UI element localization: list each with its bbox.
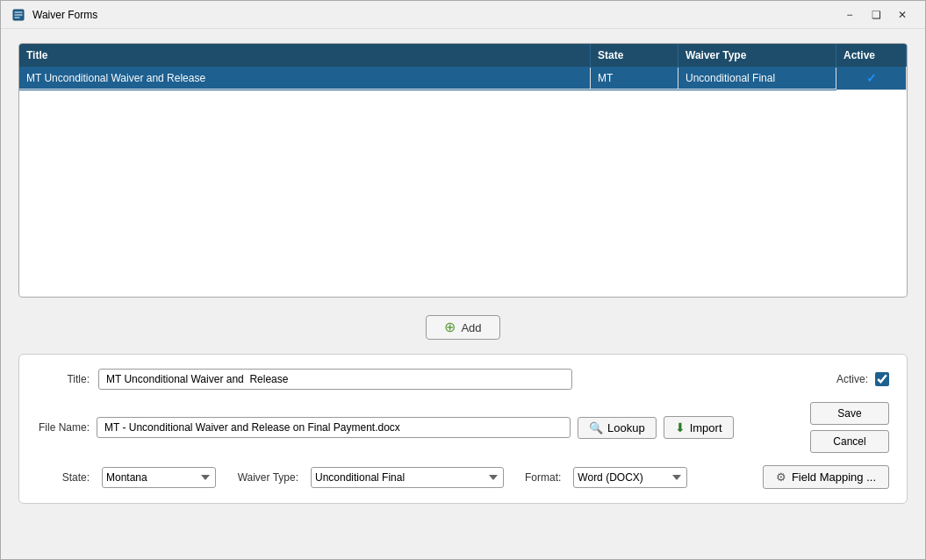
waiver-type-label: Waiver Type: — [228, 471, 298, 484]
field-mapping-button[interactable]: ⚙ Field Mapping ... — [763, 465, 889, 489]
field-mapping-label: Field Mapping ... — [792, 470, 876, 484]
add-button[interactable]: ⊕ Add — [426, 315, 499, 340]
active-label: Active: — [836, 373, 868, 385]
cell-state: MT — [591, 68, 678, 90]
window-controls: − ❑ ✕ — [837, 5, 915, 25]
active-checkbox[interactable] — [875, 372, 889, 386]
save-button[interactable]: Save — [810, 402, 889, 425]
search-icon: 🔍 — [589, 421, 603, 434]
file-name-form-row: File Name: 🔍 Lookup ⬇ Import Save Cancel — [37, 402, 889, 453]
file-name-input[interactable] — [97, 417, 571, 438]
gear-icon: ⚙ — [776, 470, 786, 484]
lookup-button[interactable]: 🔍 Lookup — [578, 417, 657, 439]
main-content: Title State Waiver Type Active MT Uncond… — [1, 29, 925, 559]
cancel-button[interactable]: Cancel — [810, 430, 889, 453]
format-select[interactable]: Word (DOCX) — [573, 467, 687, 488]
table-header: Title State Waiver Type Active — [19, 44, 907, 67]
add-icon: ⊕ — [444, 320, 456, 334]
lookup-label: Lookup — [607, 421, 645, 434]
import-icon: ⬇ — [675, 420, 686, 434]
import-label: Import — [690, 421, 722, 434]
title-input[interactable] — [98, 369, 572, 390]
window-title: Waiver Forms — [32, 9, 837, 21]
cell-waiver-type: Unconditional Final — [678, 68, 836, 90]
cell-active: ✓ — [836, 67, 907, 90]
app-icon — [11, 8, 25, 22]
maximize-button[interactable]: ❑ — [864, 5, 888, 25]
close-button[interactable]: ✕ — [890, 5, 915, 25]
state-select[interactable]: Montana — [102, 467, 216, 488]
cell-title: MT Unconditional Waiver and Release — [19, 68, 591, 90]
col-header-active: Active — [836, 44, 907, 67]
table-row[interactable]: MT Unconditional Waiver and Release MT U… — [19, 67, 907, 90]
form-section: Title: Active: File Name: 🔍 Lookup ⬇ Imp… — [18, 354, 908, 504]
import-button[interactable]: ⬇ Import — [664, 416, 734, 439]
col-header-state: State — [591, 44, 678, 67]
file-name-label: File Name: — [37, 421, 90, 434]
state-label: State: — [37, 471, 90, 484]
main-window: Waiver Forms − ❑ ✕ Title State Waiver Ty… — [0, 0, 926, 560]
col-header-waiver-type: Waiver Type — [678, 44, 836, 67]
active-checkmark: ✓ — [866, 71, 877, 85]
save-cancel-col: Save Cancel — [810, 402, 889, 453]
state-waiver-format-row: State: Montana Waiver Type: Unconditiona… — [37, 465, 889, 489]
table-body: MT Unconditional Waiver and Release MT U… — [19, 67, 907, 293]
title-form-row: Title: Active: — [37, 369, 889, 390]
waiver-type-select[interactable]: Unconditional Final — [311, 467, 504, 488]
format-label: Format: — [525, 471, 561, 484]
title-label: Title: — [37, 373, 90, 385]
active-row: Active: — [836, 372, 889, 386]
title-bar: Waiver Forms − ❑ ✕ — [1, 1, 925, 29]
col-header-title: Title — [19, 44, 591, 67]
add-button-row: ⊕ Add — [18, 315, 908, 340]
add-button-label: Add — [461, 321, 481, 334]
waiver-forms-table: Title State Waiver Type Active MT Uncond… — [18, 43, 908, 298]
minimize-button[interactable]: − — [837, 5, 862, 25]
